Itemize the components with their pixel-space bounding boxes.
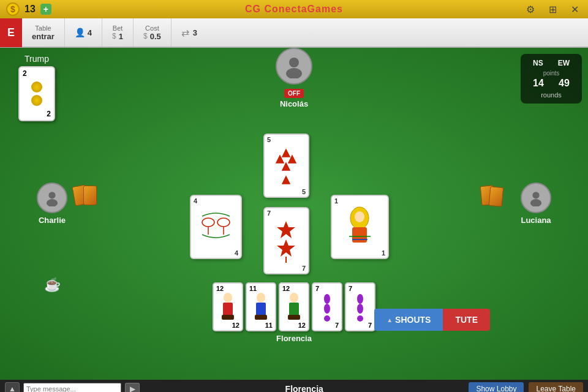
svg-point-32: [324, 294, 330, 304]
close-icon: ✕: [571, 4, 579, 15]
trump-circle-1: [31, 81, 42, 92]
svg-rect-25: [222, 315, 234, 320]
luciana-cards: [481, 186, 514, 209]
ns-label: NS: [533, 59, 543, 67]
trump-card: 2 2: [18, 66, 55, 121]
svg-point-20: [355, 211, 364, 222]
cost-section: Cost $ 0.5: [134, 18, 172, 47]
leave-table-button[interactable]: Leave Table: [529, 382, 583, 392]
logo: CG ConectaGames: [245, 4, 343, 15]
bottom-bar-right: Show Lobby Leave Table: [469, 382, 583, 392]
nicolas-name: Nicolás: [276, 99, 312, 108]
svg-marker-15: [277, 221, 295, 238]
charlie-avatar: [37, 183, 67, 213]
svg-marker-10: [282, 176, 290, 184]
settings-icon: ⚙: [526, 4, 535, 15]
center-card-right[interactable]: 1 1: [331, 195, 389, 259]
svg-point-37: [357, 315, 363, 322]
svg-point-34: [324, 315, 330, 322]
trump-label: Trump: [18, 54, 55, 64]
scroll-up-icon: ▲: [9, 385, 16, 392]
people-icon: 👤: [75, 28, 85, 37]
svg-point-33: [324, 304, 330, 314]
action-buttons: ▲ SHOUTS TUTE: [374, 309, 490, 331]
dollar-icon: $: [112, 32, 116, 40]
close-button[interactable]: ✕: [567, 2, 582, 17]
svg-marker-7: [282, 163, 290, 170]
trump-circle-2: [31, 95, 42, 106]
svg-point-29: [290, 293, 298, 303]
charlie-player-area: Charlie: [37, 183, 67, 225]
svg-rect-24: [223, 303, 233, 316]
svg-point-5: [530, 199, 541, 206]
center-card-center[interactable]: 7 7: [263, 207, 309, 274]
resize-icon: ⊞: [549, 4, 557, 15]
shuffle-icon: ⇄: [181, 27, 189, 39]
points-label: points: [526, 70, 577, 77]
chat-input[interactable]: [23, 383, 121, 392]
add-coins-button[interactable]: +: [40, 4, 51, 15]
dollar-icon-2: $: [143, 32, 148, 40]
svg-rect-28: [255, 315, 267, 320]
svg-marker-6: [282, 149, 290, 157]
luciana-avatar: [521, 183, 551, 213]
florencia-card-1[interactable]: 12 12: [213, 282, 243, 331]
rounds-label: rounds: [526, 91, 577, 99]
florencia-card-2[interactable]: 11 11: [246, 282, 276, 331]
info-bar: E Table entrar 👤 4 Bet $ 1 Cost $ 0.5 ⇄ …: [0, 18, 588, 48]
resize-button[interactable]: ⊞: [545, 2, 560, 17]
coffee-cup-icon: ☕: [43, 276, 61, 294]
svg-point-11: [202, 218, 214, 227]
coin-count: 13: [24, 4, 36, 15]
charlie-card-2: [83, 186, 97, 205]
coin-icon: $: [6, 2, 20, 16]
svg-marker-16: [277, 239, 295, 257]
florencia-hand: 12 12 11 11 12: [213, 282, 375, 331]
bottom-bar: ▲ ▶ Florencia Show Lobby Leave Table: [0, 380, 588, 392]
settings-button[interactable]: ⚙: [523, 2, 538, 17]
nicolas-player-area: OFF Nicolás: [276, 48, 312, 108]
table-section: Table entrar: [22, 18, 65, 47]
trump-area: Trump 2 2: [18, 54, 55, 121]
svg-rect-30: [289, 303, 299, 316]
shouts-button[interactable]: ▲ SHOUTS: [374, 309, 443, 331]
svg-point-4: [532, 192, 539, 198]
svg-point-36: [357, 304, 363, 314]
bet-section: Bet $ 1: [102, 18, 134, 47]
top-bar: $ 13 + CG ConectaGames ⚙ ⊞ ✕: [0, 0, 588, 18]
cards-section: ⇄ 3: [172, 27, 207, 39]
florencia-player-area: 12 12 11 11 12: [213, 282, 375, 343]
svg-point-0: [289, 58, 299, 67]
current-player-name: Florencia: [285, 384, 323, 392]
send-button[interactable]: ▶: [125, 383, 140, 392]
up-arrow-icon: ▲: [386, 317, 393, 323]
scroll-up-button[interactable]: ▲: [5, 382, 20, 392]
svg-point-23: [224, 293, 232, 303]
top-bar-right: ⚙ ⊞ ✕: [523, 2, 582, 17]
ew-label: EW: [558, 59, 570, 67]
send-icon: ▶: [130, 385, 135, 392]
entrar-badge: E: [0, 18, 22, 47]
charlie-name: Charlie: [37, 216, 67, 225]
nicolas-avatar: [276, 48, 312, 85]
svg-point-1: [286, 68, 302, 78]
luciana-card-2: [489, 186, 504, 207]
off-badge: OFF: [284, 89, 304, 98]
svg-rect-31: [288, 315, 300, 320]
svg-point-2: [48, 192, 55, 198]
florencia-card-4[interactable]: 7 7: [312, 282, 342, 331]
svg-rect-27: [256, 303, 266, 316]
luciana-player-area: Luciana: [521, 183, 551, 225]
ns-points: 14: [533, 78, 544, 89]
show-lobby-button[interactable]: Show Lobby: [469, 382, 524, 392]
game-area: NS EW points 14 49 rounds Trump 2 2: [0, 48, 588, 380]
florencia-card-5[interactable]: 7 7: [345, 282, 375, 331]
score-panel: NS EW points 14 49 rounds: [521, 54, 582, 104]
florencia-card-3[interactable]: 12 12: [279, 282, 309, 331]
center-card-top[interactable]: 5 5: [263, 134, 309, 198]
svg-point-35: [357, 294, 363, 304]
charlie-cards: [74, 186, 107, 209]
center-card-left[interactable]: 4 4: [190, 195, 242, 259]
ew-points: 49: [559, 78, 570, 89]
tute-button[interactable]: TUTE: [443, 309, 490, 331]
